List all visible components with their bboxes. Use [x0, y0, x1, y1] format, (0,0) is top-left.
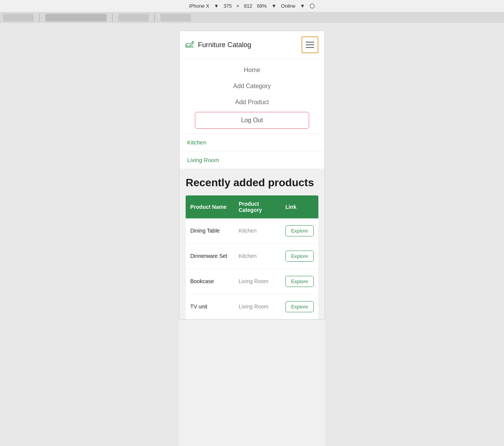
- dropdown-menu: Home Add Category Add Product Log Out: [180, 59, 324, 134]
- brand-name: Furniture Catalog: [198, 41, 251, 49]
- sofa-icon: 🛋: [186, 40, 194, 50]
- tab-divider-2: [112, 14, 113, 21]
- explore-button[interactable]: Explore: [285, 276, 314, 287]
- browser-tab-2[interactable]: [118, 14, 149, 21]
- hamburger-button[interactable]: [301, 36, 318, 53]
- product-link-cell: Explore: [281, 294, 318, 319]
- device-label[interactable]: iPhone X: [189, 3, 209, 9]
- device-dropdown-icon[interactable]: ▼: [214, 3, 219, 9]
- browser-tab-3[interactable]: [160, 14, 191, 21]
- hamburger-line-2: [306, 44, 314, 45]
- products-table: Product Name Product Category Link Dinin…: [186, 195, 318, 319]
- product-category-cell: Living Room: [234, 269, 281, 294]
- table-row: Bookcase Living Room Explore: [186, 269, 318, 294]
- hamburger-line-1: [306, 42, 314, 43]
- explore-button[interactable]: Explore: [285, 251, 314, 262]
- zoom-dropdown-icon[interactable]: ▼: [272, 3, 277, 9]
- logout-button[interactable]: Log Out: [195, 112, 309, 129]
- product-name-cell: Dinnerware Set: [186, 243, 234, 269]
- product-category-cell: Kitchen: [234, 243, 281, 269]
- tab-divider: [39, 14, 40, 21]
- height-value: 812: [244, 3, 252, 9]
- category-living-room[interactable]: Living Room: [180, 151, 324, 169]
- table-row: TV unit Living Room Explore: [186, 294, 318, 319]
- zoom-value[interactable]: 69%: [257, 3, 267, 9]
- rotate-icon[interactable]: ⬡: [310, 2, 315, 10]
- browser-tabs: [0, 12, 504, 23]
- product-name-cell: Bookcase: [186, 269, 234, 294]
- tab-divider-3: [154, 14, 155, 21]
- separator: ×: [236, 3, 239, 9]
- nav-add-product-link[interactable]: Add Product: [180, 94, 324, 110]
- product-link-cell: Explore: [281, 218, 318, 244]
- nav-home-link[interactable]: Home: [180, 62, 324, 78]
- category-kitchen[interactable]: Kitchen: [180, 134, 324, 151]
- recently-added-section: Recently added products Product Name Pro…: [180, 169, 324, 319]
- hamburger-line-3: [306, 47, 314, 48]
- product-name-cell: TV unit: [186, 294, 234, 319]
- table-header-product-category: Product Category: [234, 195, 281, 218]
- product-name-cell: Dining Table: [186, 218, 234, 244]
- browser-tab[interactable]: [3, 14, 34, 21]
- recently-added-title: Recently added products: [186, 176, 318, 189]
- nav-add-category-link[interactable]: Add Category: [180, 78, 324, 94]
- product-category-cell: Living Room: [234, 294, 281, 319]
- navbar: 🛋 Furniture Catalog: [180, 31, 324, 59]
- bottom-area: [179, 320, 325, 446]
- explore-button[interactable]: Explore: [285, 225, 314, 236]
- table-row: Dining Table Kitchen Explore: [186, 218, 318, 244]
- table-header-link: Link: [281, 195, 318, 218]
- explore-button[interactable]: Explore: [285, 301, 314, 312]
- browser-toolbar: iPhone X ▼ 375 × 812 69% ▼ Online ▼ ⬡: [0, 0, 504, 12]
- product-category-cell: Kitchen: [234, 218, 281, 244]
- network-dropdown-icon[interactable]: ▼: [300, 3, 305, 9]
- width-value: 375: [224, 3, 232, 9]
- network-value[interactable]: Online: [281, 3, 296, 9]
- navbar-brand: 🛋 Furniture Catalog: [186, 40, 251, 50]
- category-section: Kitchen Living Room: [180, 134, 324, 169]
- device-frame: 🛋 Furniture Catalog Home Add Category Ad…: [179, 31, 325, 320]
- browser-tab-active[interactable]: [45, 14, 107, 21]
- table-header-row: Product Name Product Category Link: [186, 195, 318, 218]
- product-link-cell: Explore: [281, 243, 318, 269]
- table-row: Dinnerware Set Kitchen Explore: [186, 243, 318, 269]
- table-header-product-name: Product Name: [186, 195, 234, 218]
- product-link-cell: Explore: [281, 269, 318, 294]
